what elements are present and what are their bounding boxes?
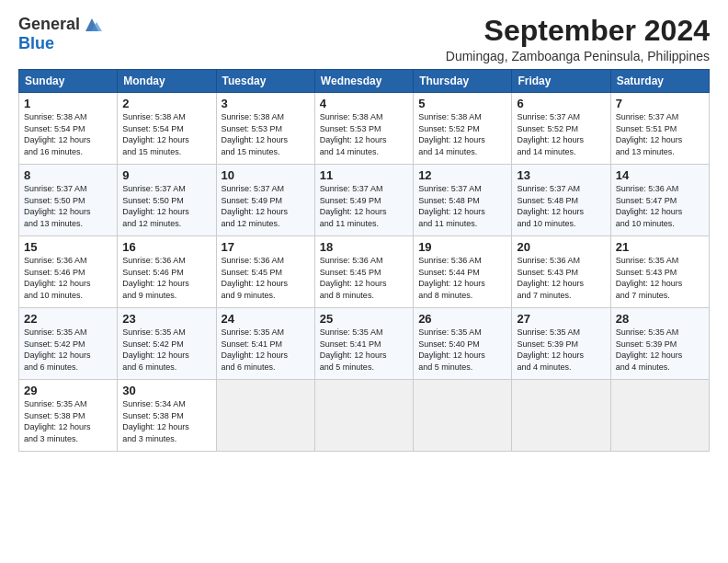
table-row: 13Sunrise: 5:37 AM Sunset: 5:48 PM Dayli…	[512, 165, 610, 236]
table-row: 4Sunrise: 5:38 AM Sunset: 5:53 PM Daylig…	[314, 93, 413, 165]
title-block: September 2024 Dumingag, Zamboanga Penin…	[446, 15, 710, 63]
day-number: 22	[24, 312, 112, 326]
day-number: 8	[24, 168, 112, 182]
day-detail: Sunrise: 5:37 AM Sunset: 5:50 PM Dayligh…	[24, 183, 112, 229]
calendar-week-5: 29Sunrise: 5:35 AM Sunset: 5:38 PM Dayli…	[19, 380, 710, 452]
subtitle: Dumingag, Zamboanga Peninsula, Philippin…	[446, 49, 710, 63]
table-row: 7Sunrise: 5:37 AM Sunset: 5:51 PM Daylig…	[610, 93, 709, 165]
table-row: 8Sunrise: 5:37 AM Sunset: 5:50 PM Daylig…	[19, 165, 118, 236]
day-number: 1	[24, 97, 112, 110]
day-number: 7	[616, 97, 704, 110]
table-row: 6Sunrise: 5:37 AM Sunset: 5:52 PM Daylig…	[512, 93, 610, 165]
day-detail: Sunrise: 5:36 AM Sunset: 5:43 PM Dayligh…	[517, 255, 605, 301]
day-detail: Sunrise: 5:36 AM Sunset: 5:46 PM Dayligh…	[122, 255, 210, 301]
day-number: 16	[122, 240, 210, 254]
day-detail: Sunrise: 5:37 AM Sunset: 5:48 PM Dayligh…	[418, 183, 506, 229]
day-number: 23	[122, 312, 210, 326]
table-row: 19Sunrise: 5:36 AM Sunset: 5:44 PM Dayli…	[414, 236, 512, 308]
day-number: 28	[616, 312, 704, 326]
table-row: 27Sunrise: 5:35 AM Sunset: 5:39 PM Dayli…	[512, 308, 610, 380]
calendar-week-4: 22Sunrise: 5:35 AM Sunset: 5:42 PM Dayli…	[19, 308, 710, 380]
logo: General Blue	[18, 15, 102, 53]
day-number: 19	[418, 240, 506, 254]
logo-blue: Blue	[18, 34, 54, 52]
table-row: 16Sunrise: 5:36 AM Sunset: 5:46 PM Dayli…	[118, 236, 216, 308]
day-number: 21	[616, 240, 704, 254]
day-number: 9	[122, 168, 210, 182]
table-row: 14Sunrise: 5:36 AM Sunset: 5:47 PM Dayli…	[610, 165, 709, 236]
table-row: 2Sunrise: 5:38 AM Sunset: 5:54 PM Daylig…	[118, 93, 216, 165]
day-number: 12	[418, 168, 506, 182]
table-row	[414, 380, 512, 452]
day-number: 18	[320, 240, 408, 254]
day-number: 6	[517, 97, 605, 110]
day-detail: Sunrise: 5:36 AM Sunset: 5:47 PM Dayligh…	[616, 183, 704, 229]
table-row: 15Sunrise: 5:36 AM Sunset: 5:46 PM Dayli…	[19, 236, 118, 308]
day-detail: Sunrise: 5:36 AM Sunset: 5:45 PM Dayligh…	[222, 255, 310, 301]
day-detail: Sunrise: 5:38 AM Sunset: 5:52 PM Dayligh…	[418, 111, 506, 157]
day-detail: Sunrise: 5:37 AM Sunset: 5:48 PM Dayligh…	[517, 183, 605, 229]
day-detail: Sunrise: 5:35 AM Sunset: 5:40 PM Dayligh…	[418, 327, 506, 373]
calendar-table: Sunday Monday Tuesday Wednesday Thursday…	[18, 69, 710, 452]
day-number: 20	[517, 240, 605, 254]
day-detail: Sunrise: 5:37 AM Sunset: 5:49 PM Dayligh…	[222, 183, 310, 229]
table-row: 5Sunrise: 5:38 AM Sunset: 5:52 PM Daylig…	[414, 93, 512, 165]
day-number: 24	[222, 312, 310, 326]
day-detail: Sunrise: 5:36 AM Sunset: 5:45 PM Dayligh…	[320, 255, 408, 301]
col-saturday: Saturday	[610, 70, 709, 93]
month-title: September 2024	[446, 15, 710, 47]
day-number: 5	[418, 97, 506, 110]
day-detail: Sunrise: 5:38 AM Sunset: 5:53 PM Dayligh…	[320, 111, 408, 157]
table-row: 18Sunrise: 5:36 AM Sunset: 5:45 PM Dayli…	[314, 236, 413, 308]
page: General Blue September 2024 Dumingag, Za…	[0, 0, 728, 461]
day-detail: Sunrise: 5:34 AM Sunset: 5:38 PM Dayligh…	[122, 398, 210, 444]
table-row	[512, 380, 610, 452]
table-row: 17Sunrise: 5:36 AM Sunset: 5:45 PM Dayli…	[216, 236, 314, 308]
table-row: 1Sunrise: 5:38 AM Sunset: 5:54 PM Daylig…	[19, 93, 118, 165]
table-row	[610, 380, 709, 452]
table-row	[216, 380, 314, 452]
day-number: 17	[222, 240, 310, 254]
col-wednesday: Wednesday	[314, 70, 413, 93]
table-row: 22Sunrise: 5:35 AM Sunset: 5:42 PM Dayli…	[19, 308, 118, 380]
day-detail: Sunrise: 5:36 AM Sunset: 5:44 PM Dayligh…	[418, 255, 506, 301]
table-row: 24Sunrise: 5:35 AM Sunset: 5:41 PM Dayli…	[216, 308, 314, 380]
day-detail: Sunrise: 5:35 AM Sunset: 5:41 PM Dayligh…	[320, 327, 408, 373]
day-number: 25	[320, 312, 408, 326]
day-number: 4	[320, 97, 408, 110]
day-number: 27	[517, 312, 605, 326]
table-row: 11Sunrise: 5:37 AM Sunset: 5:49 PM Dayli…	[314, 165, 413, 236]
col-friday: Friday	[512, 70, 610, 93]
table-row: 23Sunrise: 5:35 AM Sunset: 5:42 PM Dayli…	[118, 308, 216, 380]
day-number: 29	[24, 384, 112, 397]
day-number: 14	[616, 168, 704, 182]
table-row: 29Sunrise: 5:35 AM Sunset: 5:38 PM Dayli…	[19, 380, 118, 452]
day-number: 13	[517, 168, 605, 182]
col-thursday: Thursday	[414, 70, 512, 93]
day-number: 10	[222, 168, 310, 182]
day-detail: Sunrise: 5:37 AM Sunset: 5:49 PM Dayligh…	[320, 183, 408, 229]
day-detail: Sunrise: 5:35 AM Sunset: 5:38 PM Dayligh…	[24, 398, 112, 444]
day-number: 26	[418, 312, 506, 326]
day-detail: Sunrise: 5:35 AM Sunset: 5:41 PM Dayligh…	[222, 327, 310, 373]
day-number: 30	[122, 384, 210, 397]
table-row: 28Sunrise: 5:35 AM Sunset: 5:39 PM Dayli…	[610, 308, 709, 380]
day-detail: Sunrise: 5:35 AM Sunset: 5:42 PM Dayligh…	[24, 327, 112, 373]
day-detail: Sunrise: 5:36 AM Sunset: 5:46 PM Dayligh…	[24, 255, 112, 301]
day-detail: Sunrise: 5:35 AM Sunset: 5:43 PM Dayligh…	[616, 255, 704, 301]
day-detail: Sunrise: 5:35 AM Sunset: 5:39 PM Dayligh…	[517, 327, 605, 373]
day-number: 11	[320, 168, 408, 182]
day-number: 2	[122, 97, 210, 110]
day-detail: Sunrise: 5:37 AM Sunset: 5:50 PM Dayligh…	[122, 183, 210, 229]
table-row: 9Sunrise: 5:37 AM Sunset: 5:50 PM Daylig…	[118, 165, 216, 236]
calendar-week-3: 15Sunrise: 5:36 AM Sunset: 5:46 PM Dayli…	[19, 236, 710, 308]
table-row: 26Sunrise: 5:35 AM Sunset: 5:40 PM Dayli…	[414, 308, 512, 380]
header-row: Sunday Monday Tuesday Wednesday Thursday…	[19, 70, 710, 93]
table-row: 30Sunrise: 5:34 AM Sunset: 5:38 PM Dayli…	[118, 380, 216, 452]
col-monday: Monday	[118, 70, 216, 93]
day-detail: Sunrise: 5:37 AM Sunset: 5:52 PM Dayligh…	[517, 111, 605, 157]
col-sunday: Sunday	[19, 70, 118, 93]
day-detail: Sunrise: 5:38 AM Sunset: 5:54 PM Dayligh…	[122, 111, 210, 157]
day-detail: Sunrise: 5:35 AM Sunset: 5:42 PM Dayligh…	[122, 327, 210, 373]
day-detail: Sunrise: 5:38 AM Sunset: 5:53 PM Dayligh…	[222, 111, 310, 157]
